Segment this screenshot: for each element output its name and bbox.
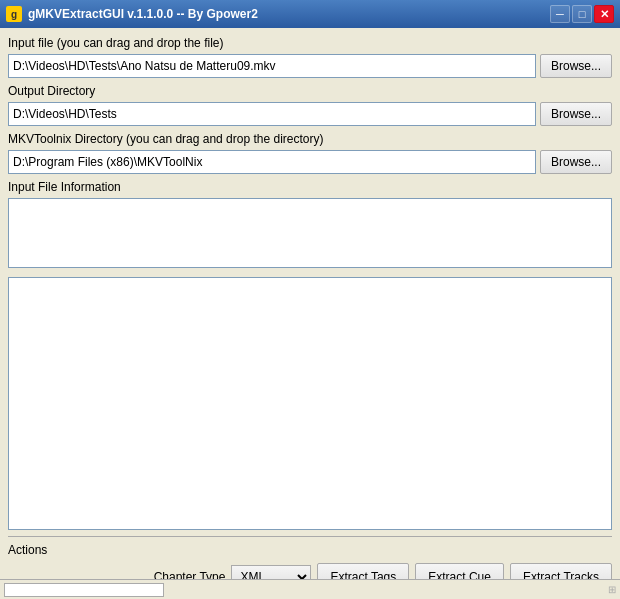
- main-window: Input file (you can drag and drop the fi…: [0, 28, 620, 599]
- output-dir-label: Output Directory: [8, 84, 612, 98]
- input-file-label: Input file (you can drag and drop the fi…: [8, 36, 612, 50]
- input-file-field[interactable]: [8, 54, 536, 78]
- window-controls: ─ □ ✕: [550, 5, 614, 23]
- mkvtoolnix-label: MKVToolnix Directory (you can drag and d…: [8, 132, 612, 146]
- status-bar: ⊞: [0, 579, 620, 599]
- input-file-row: Browse...: [8, 54, 612, 78]
- close-button[interactable]: ✕: [594, 5, 614, 23]
- minimize-button[interactable]: ─: [550, 5, 570, 23]
- mkvtoolnix-section: MKVToolnix Directory (you can drag and d…: [8, 132, 612, 174]
- file-info-section: Input File Information: [8, 180, 612, 271]
- input-file-section: Input file (you can drag and drop the fi…: [8, 36, 612, 78]
- title-bar: g gMKVExtractGUI v.1.1.0.0 -- By Gpower2…: [0, 0, 620, 28]
- app-icon: g: [6, 6, 22, 22]
- actions-label: Actions: [8, 543, 612, 557]
- status-progress-bar: [4, 583, 164, 597]
- output-dir-row: Browse...: [8, 102, 612, 126]
- output-dir-browse-button[interactable]: Browse...: [540, 102, 612, 126]
- mkvtoolnix-row: Browse...: [8, 150, 612, 174]
- mkvtoolnix-browse-button[interactable]: Browse...: [540, 150, 612, 174]
- track-list-area[interactable]: [8, 277, 612, 530]
- title-bar-text: gMKVExtractGUI v.1.1.0.0 -- By Gpower2: [28, 7, 550, 21]
- resize-handle-icon: ⊞: [608, 584, 616, 595]
- input-file-browse-button[interactable]: Browse...: [540, 54, 612, 78]
- mkvtoolnix-field[interactable]: [8, 150, 536, 174]
- output-dir-section: Output Directory Browse...: [8, 84, 612, 126]
- file-info-label: Input File Information: [8, 180, 612, 194]
- output-dir-field[interactable]: [8, 102, 536, 126]
- file-info-textarea[interactable]: [8, 198, 612, 268]
- maximize-button[interactable]: □: [572, 5, 592, 23]
